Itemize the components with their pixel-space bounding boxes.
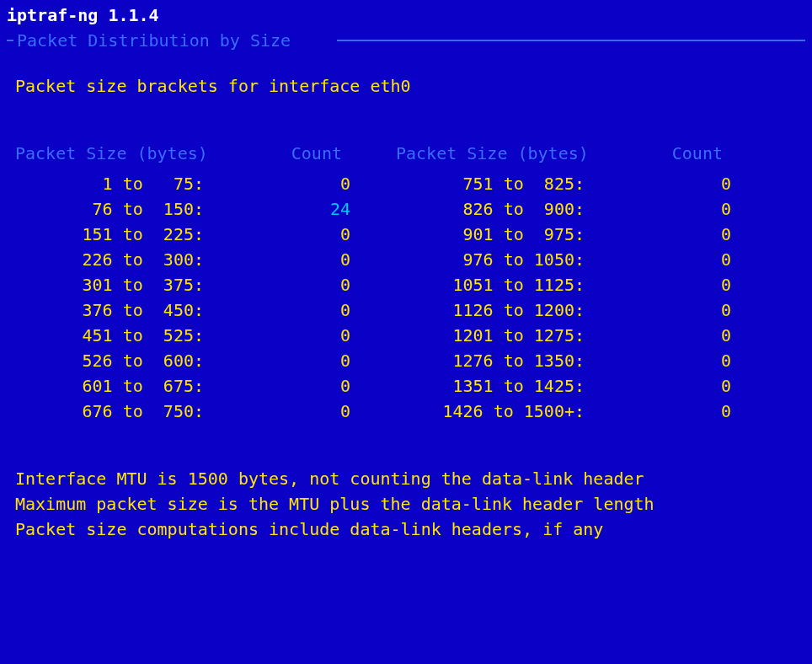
bracket-row: 151 to 225:0 — [15, 222, 396, 247]
bracket-count: 0 — [585, 171, 777, 196]
bracket-range: 976 to 1050 — [396, 247, 574, 272]
colon: : — [574, 399, 585, 424]
bracket-range: 1351 to 1425 — [396, 373, 574, 399]
bracket-range: 301 to 375 — [15, 272, 194, 297]
subtitle: Packet size brackets for interface eth0 — [15, 73, 797, 99]
bracket-range: 1201 to 1275 — [396, 323, 574, 348]
note-line: Interface MTU is 1500 bytes, not countin… — [15, 466, 797, 491]
bracket-row: 1426 to 1500+:0 — [396, 399, 777, 424]
bracket-count: 0 — [585, 323, 777, 348]
note-line: Maximum packet size is the MTU plus the … — [15, 491, 797, 517]
bracket-count: 0 — [204, 399, 396, 424]
bracket-range: 1 to 75 — [15, 171, 194, 196]
col-header-size: Packet Size (bytes) — [15, 141, 229, 166]
frame-title: Packet Distribution by Size — [17, 28, 291, 53]
bracket-range: 601 to 675 — [15, 373, 194, 399]
colon: : — [194, 247, 204, 272]
bracket-range: 751 to 825 — [396, 171, 574, 196]
bracket-row: 1 to 75:0 — [15, 171, 396, 196]
bracket-count: 0 — [204, 323, 396, 348]
colon: : — [574, 373, 585, 399]
bracket-count: 0 — [585, 373, 777, 399]
bracket-range: 1051 to 1125 — [396, 272, 574, 297]
col-header-count: Count — [229, 141, 396, 166]
colon: : — [194, 373, 204, 399]
bracket-count: 0 — [204, 222, 396, 247]
col-header-size: Packet Size (bytes) — [396, 141, 610, 166]
bracket-count: 0 — [585, 272, 777, 297]
bracket-row: 901 to 975:0 — [396, 222, 777, 247]
colon: : — [194, 297, 204, 323]
colon: : — [194, 222, 204, 247]
bracket-count: 0 — [204, 297, 396, 323]
bracket-row: 1126 to 1200:0 — [396, 297, 777, 323]
colon: : — [194, 196, 204, 222]
bracket-range: 901 to 975 — [396, 222, 574, 247]
bracket-count: 0 — [585, 196, 777, 222]
bracket-count: 0 — [585, 247, 777, 272]
bracket-range: 1126 to 1200 — [396, 297, 574, 323]
bracket-row: 1276 to 1350:0 — [396, 348, 777, 373]
bracket-row: 601 to 675:0 — [15, 373, 396, 399]
bracket-range: 151 to 225 — [15, 222, 194, 247]
bracket-row: 676 to 750:0 — [15, 399, 396, 424]
bracket-count: 24 — [204, 196, 396, 222]
col-header-count: Count — [610, 141, 777, 166]
app-title: iptraf-ng 1.1.4 — [0, 0, 812, 28]
colon: : — [194, 399, 204, 424]
bracket-row: 451 to 525:0 — [15, 323, 396, 348]
bracket-range: 826 to 900 — [396, 196, 574, 222]
bracket-range: 376 to 450 — [15, 297, 194, 323]
bracket-count: 0 — [585, 348, 777, 373]
bracket-row: 376 to 450:0 — [15, 297, 396, 323]
bracket-range: 226 to 300 — [15, 247, 194, 272]
bracket-row: 751 to 825:0 — [396, 171, 777, 196]
bracket-range: 451 to 525 — [15, 323, 194, 348]
bracket-range: 76 to 150 — [15, 196, 194, 222]
bracket-range: 526 to 600 — [15, 348, 194, 373]
colon: : — [574, 348, 585, 373]
bracket-row: 1351 to 1425:0 — [396, 373, 777, 399]
colon: : — [574, 171, 585, 196]
colon: : — [574, 297, 585, 323]
frame-border-top: Packet Distribution by Size — [0, 28, 812, 53]
bracket-count: 0 — [585, 297, 777, 323]
bracket-row: 976 to 1050:0 — [396, 247, 777, 272]
bracket-row: 826 to 900:0 — [396, 196, 777, 222]
bracket-range: 1276 to 1350 — [396, 348, 574, 373]
bracket-row: 226 to 300:0 — [15, 247, 396, 272]
bracket-count: 0 — [204, 373, 396, 399]
bracket-count: 0 — [204, 348, 396, 373]
colon: : — [194, 171, 204, 196]
colon: : — [194, 323, 204, 348]
bracket-range: 676 to 750 — [15, 399, 194, 424]
bracket-row: 1201 to 1275:0 — [396, 323, 777, 348]
bracket-count: 0 — [204, 247, 396, 272]
bracket-row: 301 to 375:0 — [15, 272, 396, 297]
bracket-count: 0 — [204, 272, 396, 297]
brackets-table: Packet Size (bytes) Count 1 to 75:0 76 t… — [15, 141, 797, 424]
colon: : — [574, 247, 585, 272]
brackets-col-left: Packet Size (bytes) Count 1 to 75:0 76 t… — [15, 141, 396, 424]
colon: : — [574, 323, 585, 348]
bracket-count: 0 — [204, 171, 396, 196]
bracket-count: 0 — [585, 222, 777, 247]
footer-notes: Interface MTU is 1500 bytes, not countin… — [15, 466, 797, 542]
bracket-row: 76 to 150:24 — [15, 196, 396, 222]
bracket-range: 1426 to 1500+ — [396, 399, 574, 424]
colon: : — [574, 272, 585, 297]
brackets-col-right: Packet Size (bytes) Count 751 to 825:0 8… — [396, 141, 777, 424]
colon: : — [194, 272, 204, 297]
colon: : — [574, 196, 585, 222]
bracket-count: 0 — [585, 399, 777, 424]
bracket-row: 1051 to 1125:0 — [396, 272, 777, 297]
colon: : — [194, 348, 204, 373]
colon: : — [574, 222, 585, 247]
bracket-row: 526 to 600:0 — [15, 348, 396, 373]
note-line: Packet size computations include data-li… — [15, 517, 797, 542]
